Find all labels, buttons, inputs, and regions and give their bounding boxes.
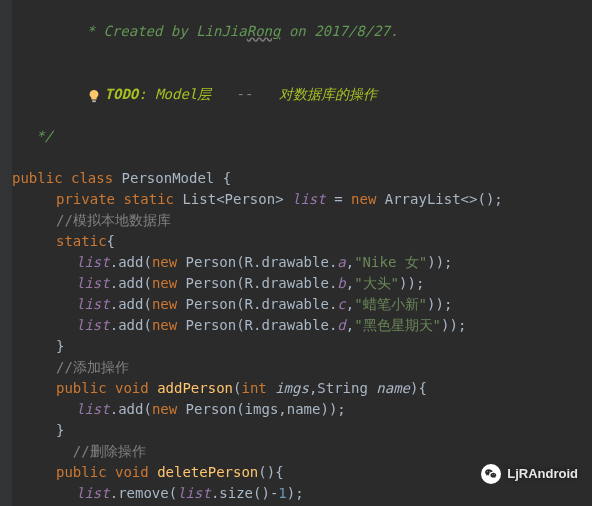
method-decl: public void addPerson(int imgs,String na…: [12, 378, 592, 399]
doc-comment-line: * Created by LinJiaRong on 2017/8/27.: [12, 0, 592, 63]
stmt-line: list.add(new Person(R.drawable.a,"Nike 女…: [12, 252, 592, 273]
static-block: static{: [12, 231, 592, 252]
watermark-text: LjRAndroid: [507, 463, 578, 484]
gutter: [0, 0, 12, 506]
watermark: LjRAndroid: [481, 463, 578, 484]
brace-line: }: [12, 420, 592, 441]
svg-rect-0: [92, 100, 96, 102]
todo-line: TODO: Model层 -- 对数据库的操作: [12, 63, 592, 126]
comment-line: //删除操作: [12, 441, 592, 462]
field-decl: private static List<Person> list = new A…: [12, 189, 592, 210]
comment-line: //模拟本地数据库: [12, 210, 592, 231]
doc-comment-end: */: [12, 126, 592, 147]
blank-line: [12, 147, 592, 168]
stmt-line: list.add(new Person(imgs,name));: [12, 399, 592, 420]
code-editor[interactable]: * Created by LinJiaRong on 2017/8/27. TO…: [0, 0, 592, 506]
intention-bulb-icon[interactable]: [87, 88, 101, 102]
code-area[interactable]: * Created by LinJiaRong on 2017/8/27. TO…: [12, 0, 592, 506]
comment-line: //添加操作: [12, 357, 592, 378]
stmt-line: list.add(new Person(R.drawable.b,"大头"));: [12, 273, 592, 294]
brace-line: }: [12, 336, 592, 357]
stmt-line: list.add(new Person(R.drawable.d,"黑色星期天"…: [12, 315, 592, 336]
stmt-line: list.add(new Person(R.drawable.c,"蜡笔小新")…: [12, 294, 592, 315]
stmt-line: list.remove(list.size()-1);: [12, 483, 592, 504]
class-decl: public class PersonModel {: [12, 168, 592, 189]
wechat-icon: [481, 464, 501, 484]
